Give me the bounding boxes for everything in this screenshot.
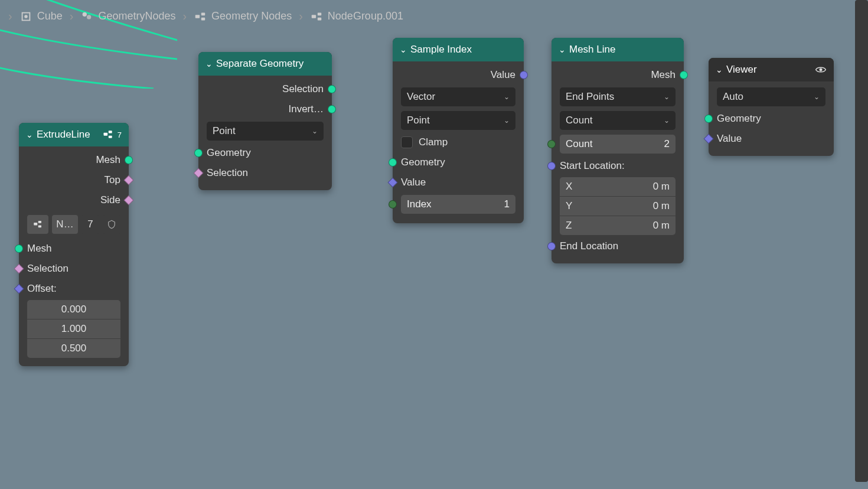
node-title: ExtrudeLine [37,129,90,141]
socket-in-geometry[interactable] [389,158,397,167]
chevron-down-icon: ⌄ [504,116,510,125]
breadcrumb-nodegroup[interactable]: NodeGroup.001 [306,10,407,23]
offset-x-field[interactable]: 0.000 [27,300,120,319]
vertical-scrollbar[interactable] [855,0,868,482]
output-selection: Selection [198,79,332,99]
clamp-label: Clamp [419,136,448,148]
breadcrumb-label: GeometryNodes [98,10,175,22]
input-end-location: End Location [552,236,684,256]
input-value: Value [393,172,524,193]
nodetree-icon [310,10,323,23]
input-geometry: Geometry [198,143,332,163]
output-side: Side [19,190,129,210]
chevron-down-icon: ⌄ [716,65,723,74]
svg-point-16 [820,69,823,71]
fake-user-button[interactable] [103,215,120,234]
socket-in-geometry[interactable] [704,115,713,123]
input-geometry: Geometry [709,109,834,129]
socket-out-geometry[interactable] [328,105,336,113]
datatype-dropdown[interactable]: Vector ⌄ [401,87,515,106]
socket-out-geometry[interactable] [680,71,688,79]
socket-out-boolean[interactable] [124,195,134,206]
object-icon [19,10,32,23]
offset-y-field[interactable]: 1.000 [27,319,120,338]
chevron-icon: › [66,9,77,23]
breadcrumb-label: Cube [37,10,63,22]
nodegroup-icon [32,219,43,230]
breadcrumb-modifier[interactable]: GeometryNodes [77,10,179,23]
socket-in-boolean[interactable] [194,168,204,178]
socket-in-geometry[interactable] [194,149,203,157]
socket-out-boolean[interactable] [124,175,134,185]
socket-in-integer[interactable] [547,140,556,148]
svg-rect-6 [201,17,205,20]
chevron-down-icon: ⌄ [814,93,820,101]
domain-dropdown[interactable]: Auto ⌄ [717,87,825,106]
socket-in-vector[interactable] [547,162,556,170]
svg-rect-5 [201,12,205,15]
chevron-down-icon: ⌄ [504,93,510,101]
offset-z-field[interactable]: 0.500 [27,338,120,358]
input-selection: Selection [198,163,332,183]
svg-rect-13 [34,223,37,226]
socket-out-geometry[interactable] [328,85,336,93]
socket-in-vector[interactable] [547,242,556,250]
svg-rect-15 [38,226,41,228]
chevron-icon: › [5,9,16,23]
node-sample-index[interactable]: ⌄ Sample Index Value Vector ⌄ Point ⌄ Cl… [393,38,524,223]
socket-in-geometry[interactable] [15,244,23,253]
node-header[interactable]: ⌄ Mesh Line [552,38,684,61]
node-viewer[interactable]: ⌄ Viewer Auto ⌄ Geometry Value [709,58,834,156]
count-mode-dropdown[interactable]: Count ⌄ [560,111,676,130]
svg-rect-11 [109,131,112,133]
chevron-down-icon: ⌄ [559,45,566,54]
node-extrude-line[interactable]: ⌄ ExtrudeLine 7 Mesh Top Side N… 7 [19,123,129,366]
chevron-down-icon: ⌄ [205,59,213,69]
chevron-down-icon: ⌄ [400,45,407,54]
node-users-label: 7 [118,131,122,139]
chevron-down-icon: ⌄ [312,127,318,135]
eye-icon[interactable] [815,64,827,76]
start-x-field[interactable]: X0 m [560,177,676,196]
nodegroup-user-count[interactable]: 7 [81,215,99,234]
node-separate-geometry[interactable]: ⌄ Separate Geometry Selection Invert… Po… [198,52,332,190]
node-header[interactable]: ⌄ ExtrudeLine 7 [19,123,129,146]
output-mesh: Mesh [19,150,129,170]
output-value: Value [393,65,524,85]
svg-rect-9 [318,17,321,20]
mode-dropdown[interactable]: End Points ⌄ [560,87,676,106]
domain-dropdown[interactable]: Point ⌄ [207,122,324,141]
svg-rect-14 [38,221,41,223]
modifier-icon [80,10,93,23]
socket-in-value[interactable] [704,134,714,144]
count-field[interactable]: Count 2 [560,135,676,154]
socket-in-vector[interactable] [388,178,398,188]
node-header[interactable]: ⌄ Sample Index [393,38,524,61]
offset-vector-fields: 0.000 1.000 0.500 [27,300,120,358]
socket-out-vector[interactable] [520,71,528,79]
chevron-down-icon: ⌄ [26,130,33,139]
index-field[interactable]: Index 1 [401,195,515,214]
nodetree-icon [194,10,207,23]
breadcrumb-object[interactable]: Cube [16,10,66,23]
clamp-checkbox[interactable] [401,136,413,148]
input-value: Value [709,129,834,149]
nodegroup-icon [102,129,114,141]
nodegroup-name-field[interactable]: N… [52,215,78,234]
socket-in-vector[interactable] [14,284,24,294]
browse-nodegroup-button[interactable] [27,215,48,234]
node-header[interactable]: ⌄ Separate Geometry [198,52,332,76]
breadcrumb-label: NodeGroup.001 [328,10,403,22]
clamp-row: Clamp [393,132,524,152]
breadcrumb-nodetree[interactable]: Geometry Nodes [190,10,295,23]
socket-in-boolean[interactable] [14,264,24,274]
socket-out-geometry[interactable] [125,156,133,164]
start-z-field[interactable]: Z0 m [560,216,676,235]
input-mesh: Mesh [19,239,129,259]
domain-dropdown[interactable]: Point ⌄ [401,111,515,130]
start-y-field[interactable]: Y0 m [560,196,676,216]
svg-rect-12 [109,136,112,138]
node-mesh-line[interactable]: ⌄ Mesh Line Mesh End Points ⌄ Count ⌄ Co… [552,38,684,263]
node-header[interactable]: ⌄ Viewer [709,58,834,82]
socket-in-integer[interactable] [389,200,397,208]
